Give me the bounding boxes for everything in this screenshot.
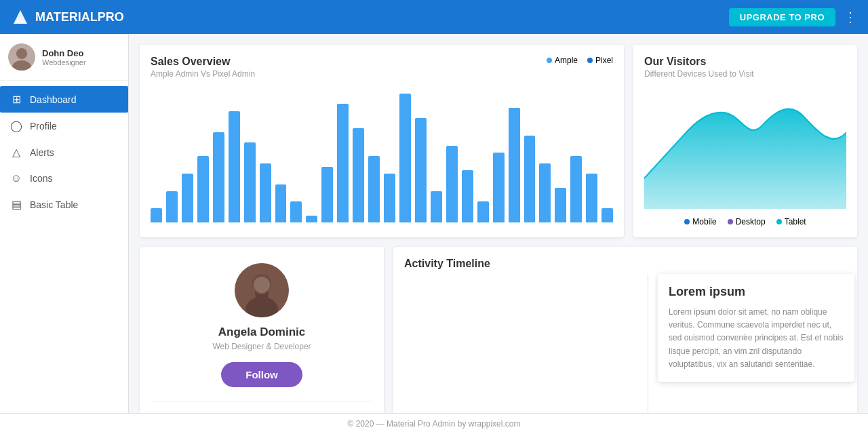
alerts-icon: △ [9, 146, 23, 159]
brand: MATERIALPRO [11, 7, 124, 26]
lorem-ipsum-card: Lorem ipsum Lorem ipsum dolor sit amet, … [658, 274, 854, 382]
bar-24 [524, 136, 536, 222]
bar-16 [399, 94, 411, 222]
bar-3 [197, 156, 209, 222]
activity-card: Activity Timeline Tus eu perfecto [393, 247, 857, 413]
desktop-dot [728, 219, 733, 224]
basic-table-icon: ▤ [9, 198, 23, 211]
footer: © 2020 — Material Pro Admin by wrappixel… [0, 413, 868, 434]
mobile-dot [684, 219, 690, 224]
legend-pixel: Pixel [587, 56, 613, 65]
sales-chart-header: Sales Overview Ample Admin Vs Pixel Admi… [151, 56, 613, 87]
ample-label: Ample [555, 56, 578, 65]
bar-27 [570, 156, 582, 222]
legend-ample: Ample [547, 56, 578, 65]
dashboard-icon: ⊞ [9, 93, 23, 106]
ample-dot [547, 58, 552, 63]
visitors-area-chart [644, 87, 846, 209]
bar-2 [182, 174, 193, 222]
tablet-label: Tablet [785, 217, 806, 226]
sidebar-item-alerts[interactable]: △ Alerts [0, 139, 128, 165]
bar-10 [306, 216, 317, 222]
bar-15 [384, 174, 395, 222]
sidebar-item-profile-label: Profile [30, 121, 57, 132]
bar-17 [415, 118, 427, 222]
legend-desktop: Desktop [728, 217, 766, 226]
avatar [8, 43, 35, 71]
legend-tablet: Tablet [776, 217, 806, 226]
brand-logo-icon [11, 7, 30, 26]
bar-8 [275, 184, 287, 222]
visitors-title: Our Visitors [644, 56, 846, 68]
lorem-text: Lorem ipsum dolor sit amet, no nam obliq… [669, 306, 844, 371]
profile-role: Web Designer & Developer [212, 342, 311, 351]
tablet-dot [776, 219, 782, 224]
sidebar-item-dashboard[interactable]: ⊞ Dashboard [0, 86, 128, 113]
sales-title: Sales Overview [151, 56, 255, 68]
profile-card: Angela Dominic Web Designer & Developer … [140, 247, 384, 413]
bar-22 [493, 153, 505, 222]
bar-5 [229, 111, 240, 222]
brand-name: MATERIALPRO [35, 10, 124, 24]
bar-12 [337, 104, 349, 222]
sidebar-item-icons-label: Icons [30, 173, 52, 184]
sales-legend: Ample Pixel [547, 56, 613, 65]
profile-avatar-icon [235, 263, 289, 317]
bar-23 [509, 108, 520, 222]
sidebar-item-profile[interactable]: ◯ Profile [0, 113, 128, 139]
pixel-label: Pixel [595, 56, 613, 65]
visitors-legend: Mobile Desktop Tablet [644, 217, 846, 226]
sidebar-item-alerts-label: Alerts [30, 147, 54, 158]
bar-7 [260, 163, 271, 222]
bar-21 [477, 201, 489, 222]
sidebar-user: Dohn Deo Webdesigner [0, 34, 128, 81]
bar-13 [353, 128, 364, 222]
content-area: Sales Overview Ample Admin Vs Pixel Admi… [129, 34, 868, 413]
top-navigation: MATERIALPRO UPGRADE TO PRO ⋮ [0, 0, 868, 34]
bar-18 [431, 191, 442, 222]
bar-20 [462, 170, 473, 222]
lorem-title: Lorem ipsum [669, 285, 844, 299]
icons-icon: ☺ [9, 172, 23, 184]
bar-0 [151, 208, 162, 222]
user-avatar-icon [8, 43, 35, 71]
sales-overview-card: Sales Overview Ample Admin Vs Pixel Admi… [140, 45, 624, 237]
sidebar-nav: ⊞ Dashboard ◯ Profile △ Alerts ☺ Icons ▤… [0, 81, 128, 413]
activity-title: Activity Timeline [404, 258, 846, 270]
sidebar-user-role: Webdesigner [42, 58, 86, 66]
profile-image [235, 263, 289, 317]
upgrade-button[interactable]: UPGRADE TO PRO [729, 8, 835, 26]
bar-11 [321, 167, 333, 222]
sidebar-user-info: Dohn Deo Webdesigner [42, 48, 86, 66]
follow-button[interactable]: Follow [221, 362, 302, 387]
vertical-divider [648, 274, 648, 413]
pixel-dot [587, 58, 593, 63]
bar-19 [446, 146, 458, 222]
bar-25 [539, 163, 551, 222]
profile-icon: ◯ [9, 119, 23, 132]
sidebar-item-basic-table[interactable]: ▤ Basic Table [0, 191, 128, 218]
menu-dots-icon[interactable]: ⋮ [844, 9, 857, 25]
bar-26 [555, 188, 566, 222]
svg-point-3 [16, 48, 27, 59]
sales-subtitle: Ample Admin Vs Pixel Admin [151, 69, 255, 79]
topnav-right: UPGRADE TO PRO ⋮ [729, 8, 857, 26]
bar-14 [368, 156, 380, 222]
sidebar-user-name: Dohn Deo [42, 48, 86, 58]
bar-28 [586, 174, 597, 222]
bar-9 [290, 201, 302, 222]
main-layout: Dohn Deo Webdesigner ⊞ Dashboard ◯ Profi… [0, 34, 868, 413]
mobile-label: Mobile [692, 217, 716, 226]
row-2: Angela Dominic Web Designer & Developer … [140, 247, 857, 413]
profile-name: Angela Dominic [218, 326, 305, 339]
sales-bar-chart [151, 87, 613, 222]
bar-6 [244, 142, 256, 222]
sidebar-item-icons[interactable]: ☺ Icons [0, 165, 128, 191]
svg-point-8 [254, 277, 270, 293]
visitors-card: Our Visitors Different Devices Used to V… [633, 45, 857, 237]
sales-overview-info: Sales Overview Ample Admin Vs Pixel Admi… [151, 56, 255, 87]
bar-4 [213, 132, 224, 223]
sidebar: Dohn Deo Webdesigner ⊞ Dashboard ◯ Profi… [0, 34, 129, 413]
profile-stats: 1099 23,469 6035 [151, 401, 373, 413]
sidebar-item-dashboard-label: Dashboard [30, 94, 77, 105]
